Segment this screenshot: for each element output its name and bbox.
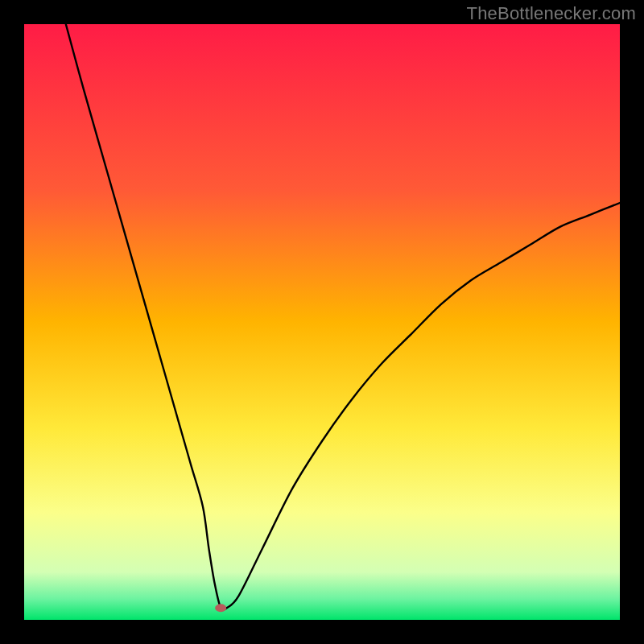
chart-frame [24, 24, 620, 620]
chart-background [24, 24, 620, 620]
watermark-text: TheBottlenecker.com [467, 3, 636, 24]
optimum-marker [215, 604, 226, 612]
bottleneck-chart [24, 24, 620, 620]
